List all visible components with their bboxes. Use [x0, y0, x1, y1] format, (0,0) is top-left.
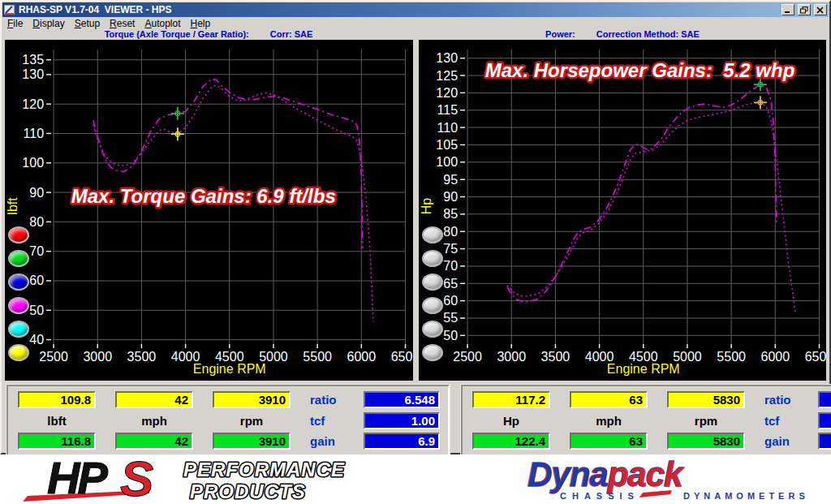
app-window: RHAS-SP V1.7-04 VIEWER - HPS File Displa… [0, 0, 831, 454]
torque-baseline-value: 109.8 [18, 391, 96, 408]
close-button[interactable] [814, 4, 827, 15]
svg-text:95: 95 [443, 173, 458, 187]
svg-text:60: 60 [443, 294, 458, 308]
power-modified-value: 122.4 [472, 433, 550, 450]
menu-item-file[interactable]: File [2, 18, 28, 29]
svg-text:5500: 5500 [717, 350, 746, 364]
dynapack-dynamometers-text: DYNAMOMETERS [683, 491, 809, 501]
svg-text:55: 55 [443, 311, 458, 325]
svg-text:90: 90 [29, 186, 44, 200]
svg-text:6000: 6000 [347, 350, 377, 364]
rpm-baseline-value-2: 5830 [667, 391, 745, 408]
svg-text:110: 110 [437, 121, 458, 135]
svg-text:120: 120 [22, 97, 44, 111]
svg-text:6500: 6500 [391, 350, 413, 364]
speed-modified-value-2: 63 [570, 433, 648, 450]
svg-text:80: 80 [443, 225, 458, 239]
svg-text:60: 60 [29, 274, 44, 287]
tcf-value: 1.00 [364, 412, 440, 429]
rpm-modified-value-2: 5830 [667, 433, 745, 450]
svg-text:40: 40 [29, 333, 44, 347]
torque-chart: 2500300035004000450050005500600065004050… [5, 40, 413, 381]
svg-text:Engine RPM: Engine RPM [193, 362, 266, 376]
dynapack-chassis-text: CHASSIS [560, 491, 639, 501]
torque-correction-label: Corr: SAE [270, 29, 313, 40]
svg-text:125: 125 [436, 69, 458, 83]
svg-text:100: 100 [436, 155, 458, 169]
svg-text:3500: 3500 [127, 350, 157, 364]
trace-slot-button-2[interactable] [422, 250, 443, 267]
power-data-panel: 117.2 Hp 122.4 63 mph 63 5830 rpm 5830 r… [461, 385, 831, 456]
data-row: 109.8 lbft 116.8 42 mph 42 3910 rpm 3910… [2, 385, 829, 456]
dynapack-wordmark: Dynapack [527, 456, 685, 493]
trace-slot-button-1[interactable] [422, 226, 443, 243]
torque-modified-value: 116.8 [18, 433, 96, 450]
speed-value-column: 42 mph 42 [115, 391, 193, 450]
svg-text:2500: 2500 [39, 350, 68, 364]
trace-slot-button-3[interactable] [422, 274, 443, 291]
app-icon [4, 5, 15, 15]
torque-chart-header: Torque (Axle Torque / Gear Ratio): Corr:… [2, 29, 416, 40]
trace-slot-button-6[interactable] [422, 344, 443, 361]
power-correction-label: Correction Method: SAE [596, 29, 700, 40]
menu-item-help[interactable]: Help [186, 18, 216, 29]
svg-text:70: 70 [29, 244, 44, 258]
hps-logo: HP S PERFORMANCE PRODUCTS [18, 454, 391, 504]
trace-color-button-green[interactable] [8, 250, 29, 267]
rpm-unit-label: rpm [213, 414, 291, 428]
rpm-value-column-2: 5830 rpm 5830 [667, 391, 745, 450]
rpm-value-column: 3910 rpm 3910 [213, 391, 291, 450]
menu-item-autoplot[interactable]: Autoplot [140, 18, 185, 29]
window-title: RHAS-SP V1.7-04 VIEWER - HPS [19, 2, 778, 17]
trace-color-button-cyan[interactable] [8, 321, 29, 338]
rpm-unit-label-2: rpm [667, 414, 745, 428]
svg-text:lbft: lbft [6, 197, 19, 215]
svg-text:80: 80 [29, 215, 44, 229]
charts-row: 2500300035004000450050005500600065004050… [2, 40, 829, 381]
menu-bar: File Display Setup Reset Autoplot Help [2, 17, 829, 29]
svg-text:120: 120 [436, 86, 458, 100]
torque-data-panel: 109.8 lbft 116.8 42 mph 42 3910 rpm 3910… [6, 385, 450, 456]
menu-item-reset[interactable]: Reset [105, 18, 140, 29]
ratio-label-2: ratio [764, 393, 818, 407]
torque-chart-title: Torque (Axle Torque / Gear Ratio): [105, 29, 249, 40]
trace-color-button-blue[interactable] [8, 274, 29, 291]
menu-item-setup[interactable]: Setup [70, 18, 105, 29]
menu-item-display[interactable]: Display [28, 18, 69, 29]
dynapack-logo: Dynapack CHASSIS DYNAMOMETERS [513, 456, 821, 504]
svg-text:75: 75 [443, 242, 458, 256]
tcf-value-2: 1.00 [818, 412, 831, 429]
gain-value-2: 5.2 [818, 433, 831, 450]
hps-performance-text: PERFORMANCE [183, 459, 345, 480]
rpm-modified-value: 3910 [213, 433, 291, 450]
restore-button[interactable] [798, 4, 811, 15]
power-chart-panel: 2500300035004000450050005500600065005055… [419, 40, 827, 381]
minimize-button[interactable] [781, 4, 794, 15]
svg-text:115: 115 [437, 103, 458, 117]
trace-color-button-red[interactable] [8, 226, 29, 243]
ratio-label: ratio [310, 393, 364, 407]
trace-slot-button-4[interactable] [422, 297, 443, 314]
svg-text:135: 135 [22, 53, 44, 67]
trace-color-button-yellow[interactable] [8, 344, 29, 361]
svg-text:5500: 5500 [303, 350, 332, 364]
svg-text:6500: 6500 [804, 350, 826, 364]
tcf-label-2: tcf [764, 414, 818, 428]
hps-letter-s: S [120, 454, 153, 504]
trace-slot-button-5[interactable] [422, 321, 443, 338]
speed-modified-value: 42 [115, 433, 193, 450]
hps-products-text: PRODUCTS [190, 480, 306, 502]
power-chart-title: Power: [545, 29, 575, 40]
torque-unit-label: lbft [18, 414, 96, 428]
trace-color-button-magenta[interactable] [8, 297, 29, 314]
speed-baseline-value: 42 [115, 391, 193, 408]
logo-strip: HP S PERFORMANCE PRODUCTS Dynapack CHASS… [0, 454, 831, 504]
screen: RHAS-SP V1.7-04 VIEWER - HPS File Displa… [0, 0, 831, 504]
svg-text:Max. Horsepower Gains: 5.2 wh: Max. Horsepower Gains: 5.2 whp [484, 59, 794, 81]
svg-text:90: 90 [443, 190, 458, 204]
svg-text:3000: 3000 [83, 350, 112, 364]
rpm-baseline-value: 3910 [213, 391, 291, 408]
svg-text:Max. Torque Gains: 6.9 ft/lbs: Max. Torque Gains: 6.9 ft/lbs [71, 186, 336, 208]
gain-value: 6.9 [364, 433, 440, 450]
ratio-value-2: 6.548 [818, 391, 831, 408]
